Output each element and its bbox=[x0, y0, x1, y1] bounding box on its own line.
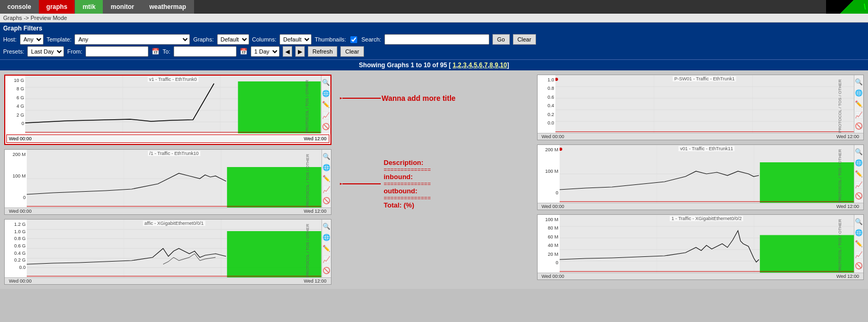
graph-panel-5: 200 M 100 M 0 v01 - Traffic - EthTrunk11 bbox=[537, 144, 864, 210]
zoom-icon-3[interactable]: 🔍 bbox=[323, 223, 330, 230]
graph-panel-1: 10 G 8 G 6 G 4 G 2 G 0 v1 - Traffic - Et… bbox=[4, 75, 331, 145]
chart-icon-3[interactable]: 📈 bbox=[323, 256, 330, 263]
clear-button[interactable]: Clear bbox=[513, 34, 536, 45]
refresh-button[interactable]: Refresh bbox=[308, 46, 338, 57]
page-link-9[interactable]: 9 bbox=[495, 61, 498, 69]
globe-icon-5[interactable]: 🌐 bbox=[855, 159, 863, 167]
chart-icon-1[interactable]: 📈 bbox=[322, 112, 330, 119]
ban-icon-4[interactable]: 🚫 bbox=[855, 122, 863, 130]
graph-2-chart: /1 - Traffic - EthTrunk10 PROTOCOL / TOS… bbox=[27, 150, 322, 207]
columns-select[interactable]: Default bbox=[280, 34, 312, 45]
arrow-right-button[interactable]: ▶ bbox=[295, 46, 305, 57]
zoom-icon-2[interactable]: 🔍 bbox=[323, 153, 330, 160]
pencil-icon-3[interactable]: ✏️ bbox=[323, 245, 330, 252]
ban-icon-1[interactable]: 🚫 bbox=[322, 123, 330, 130]
page-link-6[interactable]: 6 bbox=[479, 61, 483, 69]
graph-4-svg bbox=[555, 75, 854, 133]
nav-tab-mtik[interactable]: mtik bbox=[75, 0, 103, 14]
zoom-icon-5[interactable]: 🔍 bbox=[855, 148, 863, 155]
pencil-icon-6[interactable]: ✏️ bbox=[855, 240, 863, 247]
nav-tab-weathermap[interactable]: weathermap bbox=[142, 0, 194, 14]
pencil-icon-4[interactable]: ✏️ bbox=[855, 100, 863, 108]
columns-label: Columns: bbox=[252, 36, 276, 43]
annotation-title-row: Wanna add more title bbox=[340, 90, 456, 106]
interval-select[interactable]: 1 Day bbox=[251, 46, 280, 57]
page-link-1[interactable]: 1 bbox=[453, 61, 456, 69]
globe-icon-3[interactable]: 🌐 bbox=[323, 234, 330, 241]
search-input[interactable] bbox=[384, 34, 489, 45]
globe-icon-4[interactable]: 🌐 bbox=[855, 89, 863, 97]
graph-2-protocol-label: PROTOCOL / TOS / OTHER bbox=[305, 150, 310, 207]
status-text: Showing Graphs 1 to 10 of 95 [ bbox=[359, 61, 451, 69]
pencil-icon-5[interactable]: ✏️ bbox=[855, 170, 863, 178]
host-select[interactable]: Any bbox=[20, 34, 44, 45]
filters-title: Graph Filters bbox=[3, 25, 865, 32]
arrow-left-button[interactable]: ◀ bbox=[283, 46, 292, 57]
thumbnails-checkbox[interactable] bbox=[350, 36, 357, 43]
graph-1-icons: 🔍 🌐 ✏️ 📈 🚫 bbox=[321, 76, 330, 133]
right-graph-column: 1.0 0.8 0.6 0.4 0.2 0.0 P-SW01 - Traffic… bbox=[537, 75, 864, 285]
page-link-10[interactable]: 10 bbox=[500, 61, 507, 69]
zoom-icon-1[interactable]: 🔍 bbox=[322, 79, 330, 86]
clear2-button[interactable]: Clear bbox=[340, 46, 363, 57]
graph-1-bottom-bar: Wed 00:00 Wed 12:00 bbox=[6, 134, 329, 143]
graph-6-svg bbox=[560, 215, 854, 273]
chart-icon-5[interactable]: 📈 bbox=[855, 181, 863, 189]
template-select[interactable]: Any bbox=[74, 34, 190, 45]
graph-1-inner: 10 G 8 G 6 G 4 G 2 G 0 v1 - Traffic - Et… bbox=[5, 76, 330, 133]
graphs-select[interactable]: Default bbox=[217, 34, 249, 45]
page-link-5[interactable]: 5 bbox=[474, 61, 477, 69]
graph-1-protocol-label: PROTOCOL / TOS / OTHER bbox=[305, 76, 309, 133]
nav-tab-monitor[interactable]: monitor bbox=[103, 0, 142, 14]
graph-4-icons: 🔍 🌐 ✏️ 📈 🚫 bbox=[854, 75, 863, 133]
ban-icon-6[interactable]: 🚫 bbox=[855, 262, 863, 269]
graph-6-protocol-label: PROTOCOL / TOS / OTHER bbox=[838, 215, 842, 273]
zoom-icon-6[interactable]: 🔍 bbox=[855, 218, 863, 225]
graph-panel-2: 200 M 100 M 0 /1 - Traffic - EthTrunk10 bbox=[4, 149, 331, 215]
graph-4-title: P-SW01 - Traffic - EthTrunk1 bbox=[673, 76, 736, 81]
chart-icon-2[interactable]: 📈 bbox=[323, 186, 330, 193]
graph-6-title: 1 - Traffic - XGigabitEthernet0/0/2 bbox=[670, 216, 743, 221]
page-link-4[interactable]: 4 bbox=[468, 61, 472, 69]
chart-icon-6[interactable]: 📈 bbox=[855, 251, 863, 258]
ban-icon-5[interactable]: 🚫 bbox=[855, 192, 863, 200]
pencil-icon-1[interactable]: ✏️ bbox=[322, 101, 330, 108]
graph-4-inner: 1.0 0.8 0.6 0.4 0.2 0.0 P-SW01 - Traffic… bbox=[538, 75, 864, 133]
template-label: Template: bbox=[47, 36, 72, 43]
nav-logo: \ bbox=[826, 0, 868, 14]
ban-icon-2[interactable]: 🚫 bbox=[323, 197, 330, 204]
page-link-7[interactable]: 7 bbox=[484, 61, 488, 69]
zoom-icon-4[interactable]: 🔍 bbox=[855, 78, 863, 86]
equals-2: ============== bbox=[384, 181, 431, 187]
ban-icon-3[interactable]: 🚫 bbox=[323, 267, 330, 274]
page-link-8[interactable]: 8 bbox=[489, 61, 493, 69]
pencil-icon-2[interactable]: ✏️ bbox=[323, 175, 330, 182]
graph-3-svg bbox=[27, 220, 322, 277]
page-link-2[interactable]: 2 bbox=[458, 61, 462, 69]
host-label: Host: bbox=[3, 36, 17, 43]
to-input[interactable]: 2020-05-27 23:44 bbox=[174, 46, 237, 57]
graph-3-title: affic - XGigabitEthernet0/0/1 bbox=[143, 221, 205, 226]
chart-icon-4[interactable]: 📈 bbox=[855, 111, 863, 119]
globe-icon-1[interactable]: 🌐 bbox=[322, 90, 330, 97]
nav-tab-console[interactable]: console bbox=[0, 0, 39, 14]
annotation-column: Wanna add more title Description: ======… bbox=[335, 75, 534, 285]
arrow-desc-svg bbox=[340, 176, 382, 192]
status-bar: Showing Graphs 1 to 10 of 95 [ 1,2,3,4,5… bbox=[0, 59, 868, 70]
graph-2-inner: 200 M 100 M 0 /1 - Traffic - EthTrunk10 bbox=[5, 150, 331, 207]
from-input[interactable]: 2020-05-26 23:44 bbox=[85, 46, 148, 57]
graph-5-svg bbox=[560, 145, 854, 203]
graph-1-svg bbox=[25, 76, 321, 133]
calendar-icon-to[interactable]: 📅 bbox=[240, 48, 248, 55]
presets-select[interactable]: Last Day bbox=[27, 46, 64, 57]
logo-symbol: \ bbox=[864, 3, 866, 11]
globe-icon-6[interactable]: 🌐 bbox=[855, 229, 863, 236]
nav-tab-graphs[interactable]: graphs bbox=[39, 0, 75, 14]
thumbnails-label: Thumbnails: bbox=[315, 36, 346, 43]
globe-icon-2[interactable]: 🌐 bbox=[323, 164, 330, 171]
graph-3-inner: 1.2 G 1.0 G 0.8 G 0.6 G 0.4 G 0.2 G 0.0 … bbox=[5, 220, 331, 277]
go-button[interactable]: Go bbox=[492, 34, 510, 45]
graph-5-inner: 200 M 100 M 0 v01 - Traffic - EthTrunk11 bbox=[538, 145, 864, 203]
page-link-3[interactable]: 3 bbox=[463, 61, 467, 69]
calendar-icon-from[interactable]: 📅 bbox=[152, 48, 159, 55]
